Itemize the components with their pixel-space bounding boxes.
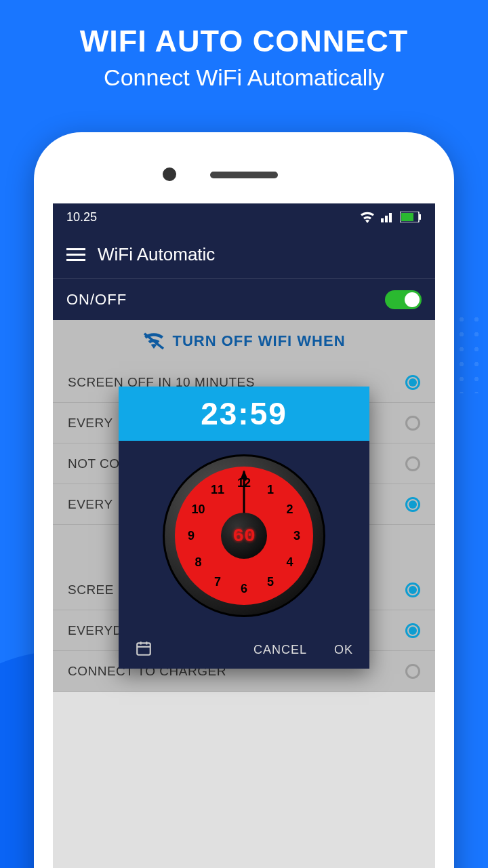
list-item-radio[interactable] <box>405 416 420 431</box>
svg-rect-0 <box>381 218 384 222</box>
screen: 10.25 WiFi Automatic ON/OFF TURN OFF WIF… <box>53 203 435 868</box>
statusbar: 10.25 <box>53 203 435 231</box>
list-item-radio[interactable] <box>405 623 420 638</box>
phone-speaker <box>210 172 278 178</box>
status-icons <box>359 211 422 223</box>
dialog-header: 23:59 <box>119 387 369 441</box>
list-item-radio[interactable] <box>405 664 420 679</box>
list-item-radio[interactable] <box>405 375 420 390</box>
wifi-off-icon <box>142 332 165 351</box>
list-item-radio[interactable] <box>405 583 420 597</box>
hero: WIFI AUTO CONNECT Connect WiFi Automatic… <box>0 0 488 104</box>
clock-number: 2 <box>287 502 293 517</box>
section-header: TURN OFF WIFI WHEN <box>53 320 435 362</box>
dialog-time[interactable]: 23:59 <box>201 395 287 432</box>
hero-title: WIFI AUTO CONNECT <box>14 24 474 59</box>
cancel-button[interactable]: CANCEL <box>253 643 307 657</box>
clock-number: 6 <box>241 582 247 596</box>
section-title: TURN OFF WIFI WHEN <box>172 332 345 350</box>
menu-icon[interactable] <box>66 248 85 261</box>
svg-rect-4 <box>401 213 413 221</box>
clock-number: 3 <box>293 529 300 543</box>
svg-rect-2 <box>389 213 392 222</box>
wifi-icon <box>359 211 375 223</box>
onoff-row: ON/OFF <box>53 278 435 320</box>
svg-rect-5 <box>419 214 421 220</box>
status-time: 10.25 <box>66 210 97 224</box>
hero-subtitle: Connect WiFi Automatically <box>14 64 474 91</box>
clock-number: 4 <box>287 555 293 570</box>
battery-icon <box>400 212 422 222</box>
appbar-title: WiFi Automatic <box>98 244 215 265</box>
list-item-radio[interactable] <box>405 497 420 512</box>
svg-rect-1 <box>385 216 388 222</box>
clock-number: 11 <box>211 483 224 497</box>
dialog-footer: CANCEL OK <box>119 631 369 669</box>
list-item-label: NOT CO <box>68 456 120 471</box>
clock-number: 1 <box>267 483 274 497</box>
phone-camera <box>163 167 176 181</box>
clock[interactable]: 121234567891011 60 <box>163 454 325 617</box>
clock-number: 5 <box>267 574 274 589</box>
clock-number: 9 <box>188 529 195 543</box>
list-item-label: EVERY <box>68 416 113 431</box>
onoff-toggle[interactable] <box>385 290 422 309</box>
clock-number: 10 <box>191 502 205 517</box>
list-item-label: SCREE <box>68 583 114 597</box>
clock-center: 60 <box>221 513 267 559</box>
clock-number: 7 <box>214 574 221 589</box>
onoff-label: ON/OFF <box>66 291 127 309</box>
time-dialog: 23:59 121234567891011 60 CANCEL OK <box>119 387 369 669</box>
clock-number: 8 <box>195 555 201 570</box>
clock-area: 121234567891011 60 <box>119 441 369 631</box>
list-item-radio[interactable] <box>405 456 420 471</box>
phone-frame: 10.25 WiFi Automatic ON/OFF TURN OFF WIF… <box>34 132 454 868</box>
ok-button[interactable]: OK <box>334 643 353 657</box>
calendar-icon[interactable] <box>135 639 152 660</box>
svg-rect-7 <box>137 643 150 654</box>
appbar: WiFi Automatic <box>53 231 435 278</box>
list-item-label: EVERY <box>68 497 113 512</box>
signal-icon <box>381 212 394 222</box>
